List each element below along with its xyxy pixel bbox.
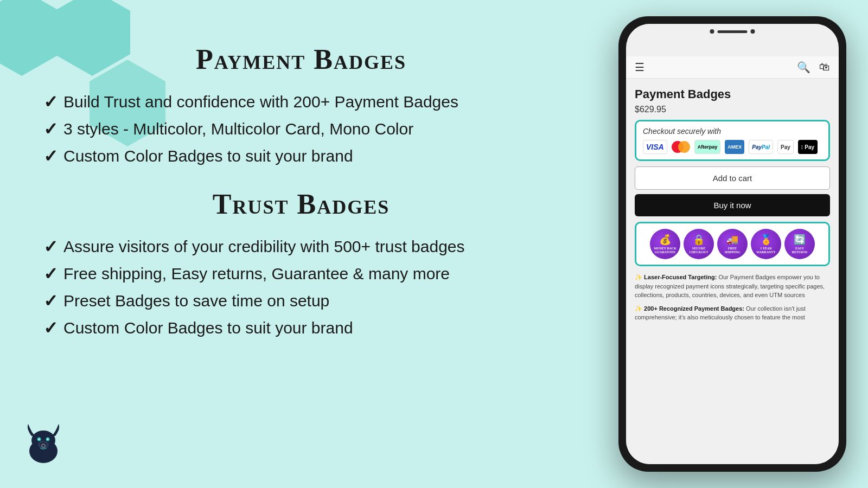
gpay-badge: Pay — [777, 140, 794, 154]
trust-features-list: ✓ Assure visitors of your credibility wi… — [43, 236, 559, 338]
phone-product-title: Payment Badges — [635, 87, 830, 101]
payment-feature-1: ✓ Build Trust and confidence with 200+ P… — [43, 92, 559, 112]
mastercard-badge — [672, 141, 690, 153]
trust-badge-money-back: 💰 MONEY BACKGUARANTEE — [650, 229, 680, 259]
payment-badges-box: Checkout securely with VISA Afterpay AME… — [635, 120, 830, 161]
cart-icon[interactable]: 🛍 — [819, 61, 830, 74]
phone-screen: ☰ 🔍 🛍 Payment Badges $629.95 Checkout se… — [626, 24, 839, 464]
checkout-label: Checkout securely with — [643, 127, 822, 136]
phone-mockup: ☰ 🔍 🛍 Payment Badges $629.95 Checkout se… — [618, 16, 846, 472]
svg-point-4 — [39, 439, 40, 440]
check-icon-5: ✓ — [43, 264, 58, 284]
trust-feature-1: ✓ Assure visitors of your credibility wi… — [43, 236, 559, 257]
add-to-cart-button[interactable]: Add to cart — [635, 166, 830, 190]
desc-bold-1: ✨ Laser-Focused Targeting: — [635, 274, 717, 280]
afterpay-badge: Afterpay — [694, 140, 721, 154]
phone-nav-bar: ☰ 🔍 🛍 — [626, 56, 839, 79]
amex-badge: AMEX — [725, 140, 744, 154]
paypal-badge: PayPal — [749, 140, 773, 154]
check-icon-6: ✓ — [43, 291, 58, 311]
bull-logo — [16, 418, 71, 472]
trust-feature-2: ✓ Free shipping, Easy returns, Guarantee… — [43, 264, 559, 284]
payment-badges-title: Payment Badges — [43, 43, 559, 75]
desc-section-1: ✨ Laser-Focused Targeting: Our Payment B… — [635, 273, 830, 300]
search-icon[interactable]: 🔍 — [797, 61, 810, 74]
trust-feature-4: ✓ Custom Color Badges to suit your brand — [43, 318, 559, 338]
check-icon-2: ✓ — [43, 119, 58, 139]
trust-badges-box: 💰 MONEY BACKGUARANTEE 🔒 SECURECHECKOUT 🚚… — [635, 222, 830, 266]
menu-icon[interactable]: ☰ — [635, 61, 644, 74]
desc-text-1: ✨ Laser-Focused Targeting: Our Payment B… — [635, 273, 830, 300]
trust-badge-warranty: 🏅 1 YEARWARRANTY — [751, 229, 781, 259]
svg-point-7 — [40, 442, 47, 447]
svg-point-5 — [47, 439, 49, 440]
check-icon-7: ✓ — [43, 318, 58, 338]
desc-bold-2: ✨ 200+ Recognized Payment Badges: — [635, 305, 744, 312]
payment-feature-3: ✓ Custom Color Badges to suit your brand — [43, 146, 559, 166]
trust-badges-title: Trust Badges — [43, 188, 559, 220]
trust-badge-returns: 🔄 EASYRETURNS — [784, 229, 815, 259]
buy-now-button[interactable]: Buy it now — [635, 194, 830, 216]
check-icon-3: ✓ — [43, 146, 58, 166]
check-icon-1: ✓ — [43, 92, 58, 112]
phone-frame: ☰ 🔍 🛍 Payment Badges $629.95 Checkout se… — [618, 16, 846, 472]
applepay-badge:  Pay — [798, 140, 818, 154]
payment-icons-row: VISA Afterpay AMEX PayPal Pay — [643, 140, 822, 154]
phone-product-price: $629.95 — [635, 105, 830, 114]
payment-feature-2: ✓ 3 styles - Multicolor, Multicolor Card… — [43, 119, 559, 139]
trust-feature-3: ✓ Preset Badges to save time on setup — [43, 291, 559, 311]
trust-badge-shipping: 🚚 FREESHIPPING — [717, 229, 748, 259]
phone-content: Payment Badges $629.95 Checkout securely… — [626, 79, 839, 464]
payment-features-list: ✓ Build Trust and confidence with 200+ P… — [43, 92, 559, 166]
trust-badge-secure: 🔒 SECURECHECKOUT — [684, 229, 714, 259]
desc-text-2: ✨ 200+ Recognized Payment Badges: Our co… — [635, 304, 830, 322]
visa-badge: VISA — [643, 140, 667, 154]
left-panel: Payment Badges ✓ Build Trust and confide… — [43, 43, 559, 360]
check-icon-4: ✓ — [43, 236, 58, 257]
desc-section-2: ✨ 200+ Recognized Payment Badges: Our co… — [635, 304, 830, 322]
